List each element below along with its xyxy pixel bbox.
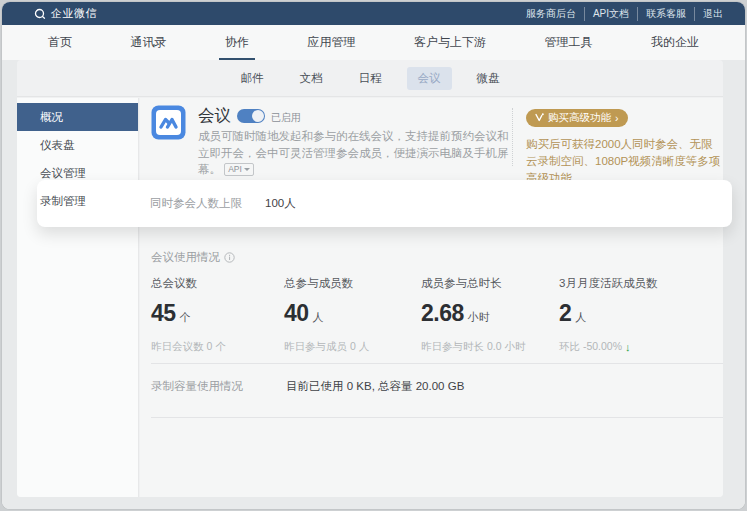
recording-capacity-value: 目前已使用 0 KB, 总容量 20.00 GB <box>286 379 464 394</box>
nav-item-customers[interactable]: 客户与上下游 <box>414 25 486 60</box>
stat-subtext: 昨日会议数 0 个 <box>151 340 226 354</box>
sidebar-item-overview[interactable]: 概况 <box>17 103 138 131</box>
subtab-drive[interactable]: 微盘 <box>466 67 511 90</box>
subtab-meeting[interactable]: 会议 <box>407 67 452 90</box>
top-link-provider[interactable]: 服务商后台 <box>518 7 585 21</box>
stat-unit: 人 <box>575 310 586 325</box>
top-link-support[interactable]: 联系客服 <box>638 7 695 21</box>
brand: 企业微信 <box>34 6 97 21</box>
stat-subtext: 环比 -50.00% ↓ <box>559 340 657 354</box>
vertical-dotted-divider <box>512 108 513 166</box>
stat-subtext: 昨日参与时长 0.0 小时 <box>421 340 525 354</box>
stat-subtext: 昨日参与成员 0 人 <box>284 340 369 354</box>
stat-subtext-label: 环比 -50.00% <box>559 340 622 354</box>
main-nav: 首页 通讯录 协作 应用管理 客户与上下游 管理工具 我的企业 <box>2 25 745 60</box>
nav-item-admin-tools[interactable]: 管理工具 <box>545 25 593 60</box>
arrow-down-icon: ↓ <box>625 341 631 353</box>
stat-label: 成员参与总时长 <box>421 276 525 291</box>
enable-toggle[interactable] <box>237 109 265 123</box>
api-dropdown[interactable]: API <box>224 163 254 176</box>
wechat-work-logo-icon <box>34 8 46 20</box>
subtab-bar: 邮件 文档 日程 会议 微盘 <box>17 60 723 97</box>
sidebar-item-meeting-management[interactable]: 会议管理 <box>17 159 138 187</box>
chevron-down-icon <box>244 168 250 171</box>
subtab-docs[interactable]: 文档 <box>289 67 334 90</box>
stat-label: 总参与成员数 <box>284 276 369 291</box>
sidebar-item-recording-management[interactable]: 录制管理 <box>17 187 138 215</box>
usage-title-text: 会议使用情况 <box>151 250 220 265</box>
stat-total-meetings: 总会议数 45 个 昨日会议数 0 个 <box>151 276 226 354</box>
app-title: 会议 <box>198 105 231 127</box>
app-window: 企业微信 服务商后台 API文档 联系客服 退出 首页 通讯录 协作 应用管理 … <box>2 2 745 509</box>
meeting-app-icon <box>151 105 186 140</box>
app-description: 成员可随时随地发起和参与的在线会议，支持提前预约会议和立即开会，会中可灵活管理参… <box>198 128 516 178</box>
main-content: 会议 已启用 成员可随时随地发起和参与的在线会议，支持提前预约会议和立即开会，会… <box>140 98 723 497</box>
recording-capacity-label: 录制容量使用情况 <box>151 379 243 394</box>
brand-label: 企业微信 <box>51 6 97 21</box>
stat-value: 2 <box>559 300 571 327</box>
stat-unit: 小时 <box>468 310 490 325</box>
info-icon[interactable] <box>224 252 235 263</box>
concurrent-limit-value: 100人 <box>265 180 296 227</box>
stat-unit: 个 <box>180 310 191 325</box>
sidebar: 概况 仪表盘 会议管理 录制管理 <box>17 98 139 497</box>
concurrent-limit-label: 同时参会人数上限 <box>150 180 242 227</box>
stat-total-participants: 总参与成员数 40 人 昨日参与成员 0 人 <box>284 276 369 354</box>
subtab-mail[interactable]: 邮件 <box>230 67 275 90</box>
highlighted-row-concurrent-participants: 同时参会人数上限 100人 <box>37 180 732 227</box>
premium-section: 购买高级功能 › 购买后可获得2000人同时参会、无限云录制空间、1080P视频… <box>526 108 722 187</box>
stat-value: 40 <box>284 300 309 327</box>
sidebar-item-dashboard[interactable]: 仪表盘 <box>17 131 138 159</box>
vip-icon <box>535 113 544 122</box>
toggle-knob <box>252 110 264 122</box>
top-links: 服务商后台 API文档 联系客服 退出 <box>518 7 731 21</box>
stat-total-duration: 成员参与总时长 2.68 小时 昨日参与时长 0.0 小时 <box>421 276 525 354</box>
top-bar: 企业微信 服务商后台 API文档 联系客服 退出 <box>2 2 745 25</box>
app-status-label: 已启用 <box>271 111 301 125</box>
top-link-api-docs[interactable]: API文档 <box>585 7 638 21</box>
top-link-logout[interactable]: 退出 <box>695 7 731 21</box>
usage-section-title: 会议使用情况 <box>151 250 235 265</box>
stat-value: 2.68 <box>421 300 464 327</box>
nav-item-home[interactable]: 首页 <box>48 25 72 60</box>
buy-premium-label: 购买高级功能 <box>548 111 611 125</box>
stat-label: 总会议数 <box>151 276 226 291</box>
content-panel: 邮件 文档 日程 会议 微盘 概况 仪表盘 会议管理 录制管理 会议 已启用 <box>17 60 723 497</box>
subtab-calendar[interactable]: 日程 <box>348 67 393 90</box>
section-divider <box>151 417 723 418</box>
stat-monthly-active: 3月月度活跃成员数 2 人 环比 -50.00% ↓ <box>559 276 657 354</box>
stat-label: 3月月度活跃成员数 <box>559 276 657 291</box>
api-label: API <box>228 164 242 175</box>
nav-item-apps[interactable]: 应用管理 <box>308 25 356 60</box>
premium-description: 购买后可获得2000人同时参会、无限云录制空间、1080P视频清晰度等多项高级功… <box>526 136 722 187</box>
section-divider <box>151 363 723 364</box>
nav-item-my-company[interactable]: 我的企业 <box>651 25 699 60</box>
nav-item-contacts[interactable]: 通讯录 <box>131 25 167 60</box>
nav-item-collaboration[interactable]: 协作 <box>225 25 249 60</box>
stat-value: 45 <box>151 300 176 327</box>
stat-unit: 人 <box>313 310 324 325</box>
buy-premium-button[interactable]: 购买高级功能 › <box>526 109 628 127</box>
chevron-right-icon: › <box>615 112 619 124</box>
